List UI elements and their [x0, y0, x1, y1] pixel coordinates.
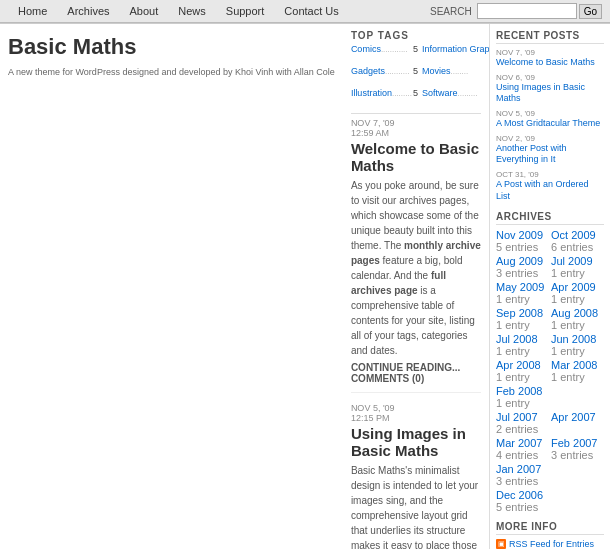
left-sidebar: Basic Maths A new theme for WordPress de…: [0, 24, 343, 549]
archive-feb08[interactable]: Feb 2008: [496, 385, 542, 397]
recent-post-5: OCT 31, '09 A Post with an Ordered List: [496, 170, 604, 202]
search-label: SEARCH: [430, 6, 472, 17]
search-input[interactable]: [477, 3, 577, 19]
archive-sep08[interactable]: Sep 2008: [496, 307, 543, 319]
archives-title: ARCHIVES: [496, 211, 604, 225]
archive-feb07[interactable]: Feb 2007: [551, 437, 597, 449]
post-1-meta: NOV 7, '0912:59 AM: [351, 118, 481, 138]
tag-software[interactable]: Software.........5: [422, 88, 490, 98]
archive-apr07[interactable]: Apr 2007: [551, 411, 596, 423]
archive-mar08[interactable]: Mar 2008: [551, 359, 597, 371]
recent-post-2: NOV 6, '09 Using Images in Basic Maths: [496, 73, 604, 105]
recent-post-3: NOV 5, '09 A Most Gridtacular Theme: [496, 109, 604, 130]
rss-icon: ▣: [496, 539, 506, 549]
site-title: Basic Maths: [8, 34, 335, 60]
nav-bar: Home Archives About News Support Contact…: [0, 0, 610, 23]
more-info-title: MORE INFO: [496, 521, 604, 535]
nav-support[interactable]: Support: [216, 3, 275, 19]
top-tags-title: TOP TAGS: [351, 30, 481, 41]
right-sidebar: RECENT POSTS NOV 7, '09 Welcome to Basic…: [490, 24, 610, 549]
post-2-title[interactable]: Using Images in Basic Maths: [351, 425, 481, 459]
archive-jul08[interactable]: Jul 2008: [496, 333, 538, 345]
search-go-button[interactable]: Go: [579, 4, 602, 19]
tag-gadgets[interactable]: Gadgets...........5: [351, 66, 418, 76]
archive-oct09[interactable]: Oct 2009: [551, 229, 596, 241]
post-2-meta: NOV 5, '0912:15 PM: [351, 403, 481, 423]
nav-home[interactable]: Home: [8, 3, 57, 19]
tag-comics[interactable]: Comics............5: [351, 44, 418, 54]
archive-jul09[interactable]: Jul 2009: [551, 255, 593, 267]
post-1-links: CONTINUE READING... COMMENTS (0): [351, 362, 481, 384]
archives-section: ARCHIVES Nov 20095 entries Oct 20096 ent…: [496, 211, 604, 513]
main-content: TOP TAGS Comics............5 Information…: [343, 24, 490, 549]
tag-movies[interactable]: Movies........5: [422, 66, 490, 76]
post-2-content: Basic Maths's minimalist design is inten…: [351, 463, 481, 549]
archive-apr09[interactable]: Apr 2009: [551, 281, 596, 293]
site-description: A new theme for WordPress designed and d…: [8, 66, 335, 79]
rss-entries[interactable]: ▣ RSS Feed for Entries: [496, 539, 604, 549]
search-area: SEARCH Go: [430, 3, 602, 19]
archive-dec06[interactable]: Dec 2006: [496, 489, 543, 501]
tags-grid: Comics............5 Information Graphics…: [351, 44, 481, 109]
recent-posts-section: RECENT POSTS NOV 7, '09 Welcome to Basic…: [496, 30, 604, 203]
archive-jan07[interactable]: Jan 2007: [496, 463, 541, 475]
archive-may09[interactable]: May 2009: [496, 281, 544, 293]
archive-aug09[interactable]: Aug 2009: [496, 255, 543, 267]
archive-jun08[interactable]: Jun 2008: [551, 333, 596, 345]
archive-nov09[interactable]: Nov 2009: [496, 229, 543, 241]
tag-illustration[interactable]: Illustration.........5: [351, 88, 418, 98]
post-1-content: As you poke around, be sure to visit our…: [351, 178, 481, 358]
archive-jul07[interactable]: Jul 2007: [496, 411, 538, 423]
nav-contact[interactable]: Contact Us: [274, 3, 348, 19]
more-info-section: MORE INFO ▣ RSS Feed for Entries ▣ RSS F…: [496, 521, 604, 550]
post-1: NOV 7, '0912:59 AM Welcome to Basic Math…: [351, 118, 481, 393]
archive-aug08[interactable]: Aug 2008: [551, 307, 598, 319]
archive-apr08[interactable]: Apr 2008: [496, 359, 541, 371]
recent-post-1: NOV 7, '09 Welcome to Basic Maths: [496, 48, 604, 69]
post-1-comments[interactable]: COMMENTS (0): [351, 373, 424, 384]
nav-archives[interactable]: Archives: [57, 3, 119, 19]
archives-grid: Nov 20095 entries Oct 20096 entries Aug …: [496, 229, 604, 513]
post-1-continue[interactable]: CONTINUE READING...: [351, 362, 460, 373]
tag-infographics[interactable]: Information Graphics..4: [422, 44, 490, 54]
nav-news[interactable]: News: [168, 3, 216, 19]
recent-post-4: NOV 2, '09 Another Post with Everything …: [496, 134, 604, 166]
archive-mar07[interactable]: Mar 2007: [496, 437, 542, 449]
post-1-title[interactable]: Welcome to Basic Maths: [351, 140, 481, 174]
nav-about[interactable]: About: [120, 3, 169, 19]
top-tags-section: TOP TAGS Comics............5 Information…: [351, 30, 481, 114]
recent-posts-title: RECENT POSTS: [496, 30, 604, 44]
post-2: NOV 5, '0912:15 PM Using Images in Basic…: [351, 403, 481, 549]
